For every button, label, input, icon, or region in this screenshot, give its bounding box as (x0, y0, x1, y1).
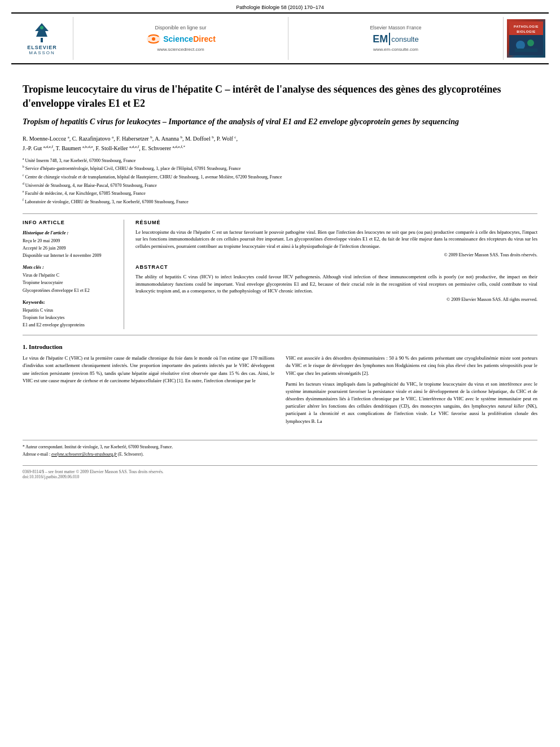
main-content: Tropisme leucocytaire du virus de l'hépa… (0, 64, 560, 488)
issn-line: 0369-8114/$ – see front matter © 2009 El… (23, 469, 537, 474)
abstract-text: The ability of hepatitis C virus (HCV) t… (135, 273, 537, 295)
intro-col-left: Le virus de l'hépatite C (VHC) est la pr… (23, 355, 274, 429)
page-container: Pathologie Biologie 58 (2010) 170–174 EL… (0, 0, 560, 747)
affiliation-a: a Unité Inserm 748, 3, rue Koeberlé, 670… (23, 156, 537, 164)
historique-label: Historique de l'article : (23, 230, 116, 235)
svg-marker-1 (35, 23, 49, 37)
info-abstract-columns: INFO ARTICLE Historique de l'article : R… (23, 220, 537, 330)
bottom-bar: 0369-8114/$ – see front matter © 2009 El… (23, 465, 537, 479)
svg-point-3 (152, 37, 155, 41)
em-bar (389, 33, 390, 45)
em-label: Elsevier Masson France (370, 25, 421, 30)
journal-citation: Pathologie Biologie 58 (2010) 170–174 (236, 5, 324, 10)
mots-cles-2: Tropisme leucocytaire (23, 279, 116, 286)
article-title-en: Tropism of hepatitis C virus for leukocy… (23, 116, 537, 128)
history-item-3: Disponible sur Internet le 4 novembre 20… (23, 252, 116, 259)
svg-text:PATHOLOGIE: PATHOLOGIE (514, 25, 539, 28)
banner: ELSEVIER MASSON Disponible en ligne sur … (11, 12, 549, 64)
svg-point-2 (40, 26, 43, 29)
affiliation-f: f Laboratoire de virologie, CHRU de Stra… (23, 198, 537, 206)
keyword-en-3: E1 and E2 envelope glycoproteins (23, 322, 116, 328)
em-consulte-area: Elsevier Masson France EM consulte www.e… (288, 17, 504, 60)
elsevier-brand-text: ELSEVIER (27, 45, 57, 50)
sciencedirect-icon (146, 33, 161, 45)
svg-rect-0 (41, 38, 43, 42)
doi-line: doi:10.1016/j.patbio.2009.06.010 (23, 474, 537, 479)
introduction-columns: Le virus de l'hépatite C (VHC) est la pr… (23, 355, 537, 429)
sciencedirect-text: ScienceDirect (163, 34, 216, 43)
svg-text:BIOLOGIE: BIOLOGIE (517, 30, 535, 33)
svg-point-8 (516, 41, 525, 50)
intro-para-1: Le virus de l'hépatite C (VHC) est la pr… (23, 355, 274, 385)
sciencedirect-url: www.sciencedirect.com (157, 47, 204, 52)
elsevier-sub-text: MASSON (27, 50, 57, 55)
info-article-label: INFO ARTICLE (23, 220, 116, 225)
affiliations: a Unité Inserm 748, 3, rue Koeberlé, 670… (23, 156, 537, 206)
keywords-label-en: Keywords: (23, 299, 116, 305)
elsevier-logo-area: ELSEVIER MASSON (11, 17, 73, 60)
resume-text: Le leucotropisme du virus de l'hépatite … (135, 229, 537, 250)
em-text: EM (373, 33, 388, 45)
abstract-copyright: © 2009 Elsevier Masson SAS. All rights r… (135, 297, 537, 302)
footnote-email-suffix: (E. Schvoerer). (118, 452, 144, 457)
history-item-1: Reçu le 20 mai 2009 (23, 238, 116, 244)
consulte-text: consulte (391, 35, 418, 43)
introduction-heading: 1. Introduction (23, 343, 537, 350)
pathobiologie-box: PATHOLOGIE BIOLOGIE (507, 19, 545, 58)
journal-header: Pathologie Biologie 58 (2010) 170–174 (0, 0, 560, 12)
mots-cles-3: Glycoprotéines d'enveloppe E1 et E2 (23, 287, 116, 294)
em-url: www.em-consulte.com (373, 47, 418, 52)
elsevier-logo: ELSEVIER MASSON (27, 22, 57, 55)
history-item-2: Accepté le 26 juin 2009 (23, 245, 116, 251)
mots-cles-label: Mots clés : (23, 264, 116, 270)
divider-1 (23, 213, 537, 214)
footnote-area: * Auteur correspondant. Institut de viro… (23, 440, 537, 458)
footnote-star: * Auteur correspondant. Institut de viro… (23, 444, 537, 450)
authors-text: R. Moenne-Loccoz a, C. Razafinjatovo a, … (23, 136, 238, 151)
em-consulte-logo: EM consulte (373, 33, 418, 45)
affiliation-d: d Université de Strasbourg, 4, rue Blais… (23, 181, 537, 189)
footnote-email-link[interactable]: evelyne.schvoerer@chru-strasbourg.fr (51, 452, 117, 457)
sciencedirect-area: Disponible en ligne sur ScienceDirect ww… (73, 17, 288, 60)
article-title-fr: Tropisme leucocytaire du virus de l'hépa… (23, 82, 537, 111)
footnote-star-text: * Auteur correspondant. Institut de viro… (23, 444, 173, 449)
svg-rect-10 (515, 49, 537, 52)
abstract-column: RÉSUMÉ Le leucotropisme du virus de l'hé… (135, 220, 537, 330)
disponible-text: Disponible en ligne sur (155, 25, 206, 30)
keyword-en-1: Hepatitis C virus (23, 307, 116, 313)
info-article-column: INFO ARTICLE Historique de l'article : R… (23, 220, 124, 330)
affiliation-b: b Service d'hépato-gastroentérologie, hô… (23, 164, 537, 172)
mots-cles-1: Virus de l'hépatite C (23, 272, 116, 278)
divider-2 (23, 335, 537, 335)
intro-para-3: Parmi les facteurs viraux impliqués dans… (286, 381, 537, 425)
authors-line: R. Moenne-Loccoz a, C. Razafinjatovo a, … (23, 134, 537, 153)
svg-point-9 (527, 40, 534, 46)
elsevier-tree-icon (30, 22, 53, 43)
sciencedirect-logo: ScienceDirect (146, 33, 216, 45)
intro-para-2: VHC est associée à des désordres dysimmu… (286, 355, 537, 377)
resume-copyright: © 2009 Elsevier Masson SAS. Tous droits … (135, 252, 537, 257)
intro-col-right: VHC est associée à des désordres dysimmu… (286, 355, 537, 429)
footnote-email-label: Adresse e-mail : (23, 452, 50, 457)
affiliation-e: e Faculté de médecine, 4, rue Kirschlege… (23, 189, 537, 197)
pathobiologie-box-area: PATHOLOGIE BIOLOGIE (504, 17, 549, 60)
keyword-en-2: Tropism for leukocytes (23, 314, 116, 321)
affiliation-c: c Centre de chirurgie viscérale et de tr… (23, 173, 537, 181)
footnote-email: Adresse e-mail : evelyne.schvoerer@chru-… (23, 451, 537, 457)
pathobiologie-cover-image: PATHOLOGIE BIOLOGIE (509, 21, 543, 55)
resume-label: RÉSUMÉ (135, 220, 537, 225)
abstract-label: ABSTRACT (135, 264, 537, 270)
